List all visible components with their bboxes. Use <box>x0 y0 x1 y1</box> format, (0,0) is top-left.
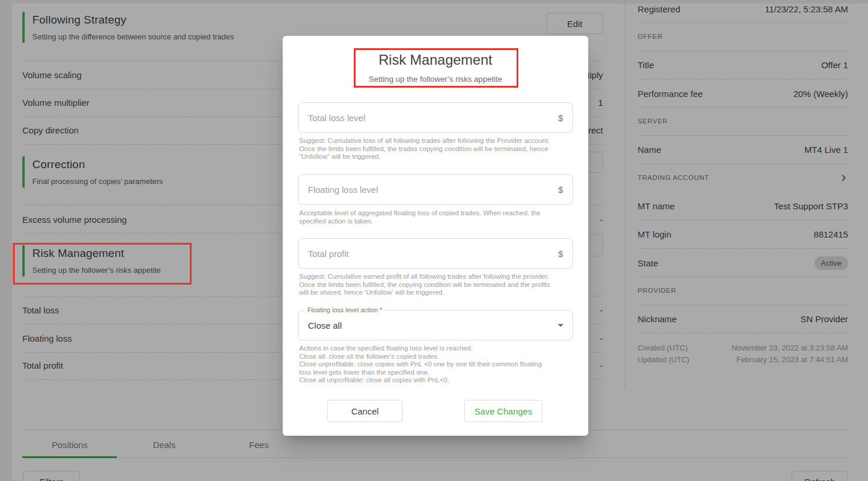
total-profit-helper-text: Suggest: Cumulative earned profit of all… <box>299 273 555 297</box>
floating-loss-level-input[interactable] <box>299 185 558 195</box>
select-floating-label: Floating loss level action * <box>304 306 385 313</box>
dialog-title: Risk Management <box>283 52 588 68</box>
risk-management-dialog: Risk Management Setting up the follower’… <box>283 36 588 436</box>
copy-trading-settings-page: Following Strategy Setting up the differ… <box>0 0 868 481</box>
dollar-suffix: $ <box>558 185 572 195</box>
cancel-button[interactable]: Cancel <box>327 400 403 422</box>
save-changes-button[interactable]: Save Changes <box>464 400 542 422</box>
total-loss-level-field: $ <box>298 102 573 133</box>
floating-loss-level-field: $ <box>298 174 573 205</box>
chevron-down-icon <box>558 324 564 327</box>
dollar-suffix: $ <box>558 113 572 123</box>
total-loss-level-input[interactable] <box>299 113 558 123</box>
floating-loss-action-helper-text: Actions in case the specified floating l… <box>299 345 555 385</box>
total-loss-helper-text: Suggest: Cumulative loss of all followin… <box>299 137 555 161</box>
total-profit-input[interactable] <box>299 249 558 259</box>
floating-loss-helper-text: Acceptable level of aggregated floating … <box>299 209 555 225</box>
total-profit-field: $ <box>298 238 573 269</box>
dialog-subtitle: Setting up the follower’s risks appetite <box>283 75 588 83</box>
floating-loss-action-select[interactable]: Floating loss level action * Close all <box>298 310 573 340</box>
select-value: Close all <box>299 320 342 330</box>
dollar-suffix: $ <box>558 249 572 259</box>
